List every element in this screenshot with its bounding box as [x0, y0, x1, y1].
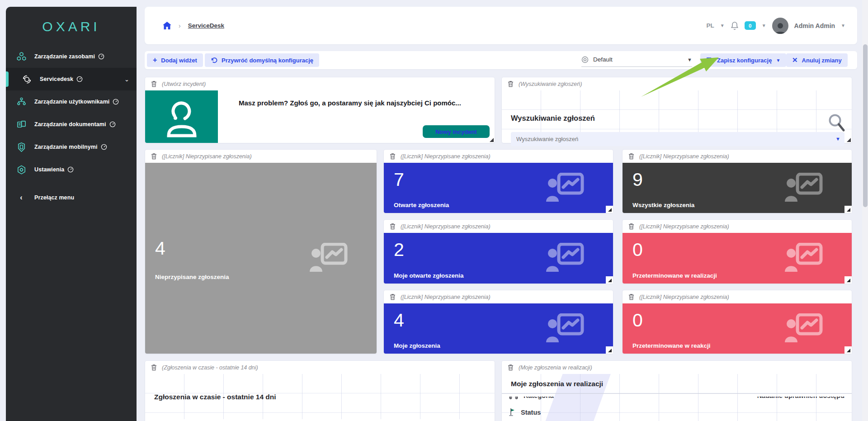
widget-header-title: ([Licznik] Nieprzypisane zgłoszenia)	[639, 153, 729, 160]
servicedesk-icon	[21, 74, 32, 85]
sidebar-item-zarzadzanie-uzytkownikami[interactable]: Zarządzanie użytkownikami	[6, 90, 137, 113]
language-caret-icon[interactable]: ▼	[720, 23, 725, 28]
bell-icon[interactable]	[731, 21, 739, 30]
counter-tile[interactable]: 2 Moje otwarte zgłoszenia	[384, 233, 613, 284]
widget-header-title: (Moje zgłoszenia w realizacji)	[519, 364, 592, 371]
sidebar-item-label: Zarządzanie dokumentami	[34, 121, 106, 128]
restore-default-config-button[interactable]: Przywróć domyślną konfigurację	[205, 53, 319, 67]
resize-handle[interactable]	[606, 276, 613, 284]
counter-label: Otwarte zgłoszenia	[394, 202, 449, 208]
trash-icon[interactable]	[151, 364, 157, 371]
save-config-button[interactable]: Zapisz konfigurację ▼	[700, 53, 786, 67]
topbar: › ServiceDesk PL ▼ 0 ▼ Admin Admin ▼	[145, 7, 857, 44]
cancel-changes-button[interactable]: ✕ Anuluj zmiany	[786, 53, 848, 67]
widget-header-title: ([Licznik] Nieprzypisane zgłoszenia)	[639, 294, 729, 300]
user-menu[interactable]: Admin Admin	[794, 22, 835, 29]
resize-handle[interactable]	[606, 346, 613, 354]
trash-icon[interactable]	[628, 153, 634, 160]
trash-icon[interactable]	[390, 293, 396, 300]
widget-header-title: ([Licznik] Nieprzypisane zgłoszenia)	[162, 153, 252, 160]
sidebar-item-label: Zarządzanie zasobami	[34, 53, 95, 60]
trash-icon[interactable]	[628, 293, 634, 300]
sidebar-item-ustawienia[interactable]: Ustawienia	[6, 158, 137, 181]
sidebar-item-zarzadzanie-mobilnymi[interactable]: Zarządzanie mobilnymi	[6, 136, 137, 158]
widget-header-title: ([Licznik] Nieprzypisane zgłoszenia)	[401, 223, 491, 230]
widget-header-title: ([Licznik] Nieprzypisane zgłoszenia)	[401, 153, 491, 160]
undo-icon	[211, 57, 217, 64]
category-icon	[509, 397, 518, 399]
counter-tile[interactable]: 7 Otwarte zgłoszenia	[384, 163, 613, 213]
resize-handle[interactable]	[490, 138, 494, 142]
search-icon[interactable]	[827, 113, 845, 134]
sidebar-item-servicedesk[interactable]: Servicedesk ⌄	[6, 68, 137, 90]
counter-label: Przeterminowane w realizacji	[632, 272, 717, 279]
dashboard-toolbar: + Dodaj widżet Przywróć domyślną konfigu…	[145, 51, 857, 69]
user-caret-icon[interactable]: ▼	[841, 23, 845, 28]
resize-handle[interactable]	[606, 206, 613, 213]
counter-tile[interactable]: 4 Moje zgłoszenia	[384, 303, 613, 354]
chevron-down-icon: ⌄	[124, 76, 132, 83]
timeline-chart-area: Zgłoszenia w czasie - ostatnie 14 dni	[147, 419, 492, 421]
ticket-row[interactable]: Kategoria Nadanie uprawnień dostępu	[509, 397, 844, 402]
users-icon	[16, 96, 27, 107]
trash-icon[interactable]	[508, 80, 514, 87]
sidebar: OXARI Zarządzanie zasobami Servicedesk ⌄	[6, 7, 137, 421]
mobile-icon	[16, 142, 27, 152]
select-caret-icon: ▼	[687, 57, 692, 62]
widget-counter-my-tickets: ([Licznik] Nieprzypisane zgłoszenia) 4 M…	[384, 290, 613, 354]
oxari-logo: OXARI	[6, 7, 137, 45]
trash-icon[interactable]	[508, 364, 514, 371]
counter-value: 9	[632, 169, 643, 190]
trash-icon[interactable]	[390, 153, 396, 160]
flag-icon	[509, 408, 515, 416]
counter-tile[interactable]: 0 Przeterminowane w realizacji	[623, 233, 852, 284]
add-widget-button[interactable]: + Dodaj widżet	[147, 53, 203, 67]
presentation-chart-icon	[546, 313, 584, 344]
counter-value: 4	[155, 238, 165, 259]
new-incident-button[interactable]: Nowy incydent	[423, 125, 490, 138]
widget-counter-overdue-reaction: ([Licznik] Nieprzypisane zgłoszenia) 0 P…	[623, 290, 852, 354]
presentation-chart-icon	[546, 243, 584, 274]
home-icon[interactable]	[163, 22, 171, 29]
widget-search-tickets: (Wyszukiwanie zgłoszeń) Wyszukiwanie zgł…	[502, 77, 852, 143]
divider	[502, 393, 852, 394]
trash-icon[interactable]	[151, 80, 157, 87]
gauge-icon	[76, 76, 83, 82]
counter-tile[interactable]: 9 Wszystkie zgłoszenia	[623, 163, 852, 213]
language-selector[interactable]: PL	[707, 22, 714, 29]
gauge-icon	[101, 144, 107, 150]
widget-counter-my-open: ([Licznik] Nieprzypisane zgłoszenia) 2 M…	[384, 220, 613, 284]
trash-icon[interactable]	[151, 153, 157, 160]
sidebar-toggle-label: Przełącz menu	[34, 194, 74, 201]
save-caret-icon[interactable]: ▼	[776, 58, 780, 63]
ticket-row[interactable]: Status	[509, 408, 541, 416]
trash-icon[interactable]	[390, 223, 396, 230]
widget-create-incident: (Utwórz incydent) Masz problem? Zgłoś go…	[145, 77, 495, 143]
counter-tile[interactable]: 0 Przeterminowane w reakcji	[623, 303, 852, 354]
my-in-progress-title: Moje zgłoszenia w realizacji	[511, 380, 603, 388]
sidebar-item-zarzadzanie-dokumentami[interactable]: Zarządzanie dokumentami	[6, 113, 137, 136]
scrollbar-thumb[interactable]	[863, 44, 868, 207]
avatar[interactable]	[772, 18, 788, 34]
config-select[interactable]: Default ▼	[581, 52, 692, 67]
sidebar-item-zarzadzanie-zasobami[interactable]: Zarządzanie zasobami	[6, 45, 137, 68]
resize-handle[interactable]	[847, 138, 851, 142]
breadcrumb-current[interactable]: ServiceDesk	[188, 22, 224, 29]
counter-value: 4	[394, 310, 404, 331]
search-dropdown-caret-icon[interactable]: ▼	[835, 136, 840, 142]
incident-illustration	[145, 90, 218, 143]
widget-header-title: ([Licznik] Nieprzypisane zgłoszenia)	[639, 223, 729, 230]
breadcrumb: › ServiceDesk	[163, 7, 224, 44]
trash-icon[interactable]	[628, 223, 634, 230]
sidebar-toggle-menu[interactable]: ‹ Przełącz menu	[6, 186, 137, 209]
sidebar-item-label: Ustawienia	[34, 166, 64, 173]
resize-handle[interactable]	[844, 276, 852, 284]
scrollbar-track[interactable]	[862, 0, 868, 421]
widget-header-title: ([Licznik] Nieprzypisane zgłoszenia)	[401, 294, 491, 300]
resize-handle[interactable]	[844, 206, 852, 213]
resize-handle[interactable]	[844, 346, 852, 354]
notifications-caret-icon[interactable]: ▼	[762, 23, 766, 28]
counter-tile[interactable]: 4 Nieprzypisane zgłoszenia	[145, 163, 377, 354]
search-input[interactable]	[511, 132, 844, 146]
counter-value: 7	[394, 169, 404, 190]
